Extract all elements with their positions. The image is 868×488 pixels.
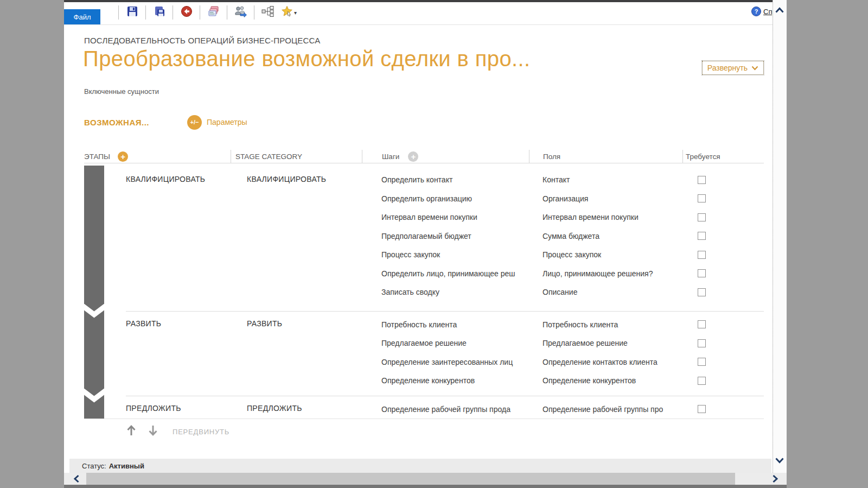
field-name-cell[interactable]: Контакт bbox=[542, 175, 682, 184]
required-cell bbox=[682, 377, 764, 385]
stage-name-cell[interactable]: КВАЛИФИЦИРОВАТЬ bbox=[126, 163, 247, 311]
field-name-cell[interactable]: Определение контактов клиента bbox=[542, 358, 682, 366]
save-icon bbox=[126, 5, 138, 20]
horizontal-scrollbar-thumb[interactable] bbox=[86, 473, 735, 485]
vertical-scrollbar[interactable] bbox=[773, 0, 787, 473]
favorites-icon bbox=[281, 5, 293, 20]
column-header-fields: Поля bbox=[529, 150, 682, 163]
stages-header-label: ЭТАПЫ bbox=[84, 153, 110, 161]
step-name-cell[interactable]: Определить лицо, принимающее реш bbox=[381, 269, 542, 278]
stage-rows: Определить контакт Контакт Определить ор… bbox=[381, 163, 764, 311]
stage-content: КВАЛИФИЦИРОВАТЬ КВАЛИФИЦИРОВАТЬ Определи… bbox=[126, 163, 764, 311]
chevron-down-icon bbox=[751, 64, 758, 72]
field-name-cell[interactable]: Организация bbox=[542, 194, 682, 203]
required-checkbox[interactable] bbox=[698, 251, 706, 259]
stage-category-cell[interactable]: КВАЛИФИЦИРОВАТЬ bbox=[247, 163, 381, 311]
field-name-cell[interactable]: Лицо, принимающее решения? bbox=[542, 269, 682, 278]
required-checkbox[interactable] bbox=[698, 377, 706, 385]
field-name-cell[interactable]: Сумма бюджета bbox=[542, 232, 682, 240]
move-up-button[interactable] bbox=[125, 424, 138, 439]
parameters-icon[interactable]: +/− bbox=[187, 115, 202, 130]
deactivate-button[interactable] bbox=[180, 6, 193, 20]
grid-header: ЭТАПЫ + STAGE CATEGORY Шаги + Поля Требу… bbox=[84, 150, 764, 163]
step-row: Предлагаемое решение Предлагаемое решени… bbox=[381, 334, 764, 353]
required-checkbox[interactable] bbox=[698, 405, 706, 413]
required-cell bbox=[682, 251, 764, 259]
status-bar: Статус: Активный bbox=[69, 459, 771, 473]
required-checkbox[interactable] bbox=[698, 232, 706, 240]
step-name-cell[interactable]: Определить организацию bbox=[381, 194, 542, 203]
horizontal-scrollbar[interactable] bbox=[64, 473, 787, 485]
stage-block: ПРЕДЛОЖИТЬ ПРЕДЛОЖИТЬ Определение рабоче… bbox=[84, 396, 764, 420]
column-header-stages: ЭТАПЫ + bbox=[84, 150, 231, 163]
field-name-cell[interactable]: Предлагаемое решение bbox=[542, 339, 682, 347]
stage-category-cell[interactable]: ПРЕДЛОЖИТЬ bbox=[247, 396, 381, 420]
step-name-cell[interactable]: Процесс закупок bbox=[381, 250, 542, 259]
scroll-up-button[interactable] bbox=[775, 7, 784, 14]
scroll-right-button[interactable] bbox=[771, 474, 779, 483]
save-button[interactable] bbox=[125, 6, 139, 20]
step-row: Потребность клиента Потребность клиента bbox=[381, 315, 764, 334]
expand-button[interactable]: Развернуть bbox=[702, 61, 764, 75]
entity-name[interactable]: ВОЗМОЖНАЯ... bbox=[84, 118, 187, 127]
required-checkbox[interactable] bbox=[698, 320, 706, 328]
step-name-cell[interactable]: Определить контакт bbox=[381, 175, 542, 184]
included-entities-label: Включенные сущности bbox=[84, 87, 159, 96]
arrow-up-icon bbox=[126, 424, 137, 439]
workflow-button[interactable] bbox=[261, 6, 275, 20]
step-name-cell[interactable]: Записать сводку bbox=[381, 288, 542, 296]
step-row: Процесс закупок Процесс закупок bbox=[381, 245, 764, 264]
required-cell bbox=[682, 176, 764, 184]
step-name-cell[interactable]: Потребность клиента bbox=[381, 320, 542, 329]
step-row: Записать сводку Описание bbox=[381, 283, 764, 302]
process-grid: ЭТАПЫ + STAGE CATEGORY Шаги + Поля Требу… bbox=[84, 150, 764, 419]
stage-name-cell[interactable]: РАЗВИТЬ bbox=[126, 312, 247, 396]
field-name-cell[interactable]: Определение рабочей группы про bbox=[542, 405, 682, 414]
required-cell bbox=[682, 358, 764, 366]
copy-button[interactable] bbox=[207, 6, 220, 20]
step-name-cell[interactable]: Определение заинтересованных лиц bbox=[381, 358, 542, 366]
stage-category-cell[interactable]: РАЗВИТЬ bbox=[247, 312, 381, 396]
file-tab[interactable]: Файл bbox=[64, 9, 100, 24]
required-checkbox[interactable] bbox=[698, 339, 706, 347]
toolbar-separator bbox=[173, 5, 173, 20]
required-checkbox[interactable] bbox=[698, 358, 706, 366]
step-name-cell[interactable]: Предлагаемое решение bbox=[381, 339, 542, 347]
required-cell bbox=[682, 288, 764, 296]
field-name-cell[interactable]: Процесс закупок bbox=[542, 250, 682, 259]
field-name-cell[interactable]: Определение конкурентов bbox=[542, 376, 682, 385]
assign-button[interactable] bbox=[234, 6, 247, 20]
steps-header-label: Шаги bbox=[382, 153, 399, 161]
save-and-close-button[interactable] bbox=[152, 6, 166, 20]
field-name-cell[interactable]: Интервал времени покупки bbox=[542, 213, 682, 221]
workflow-icon bbox=[261, 5, 275, 20]
field-name-cell[interactable]: Описание bbox=[542, 288, 682, 296]
stage-name-cell[interactable]: ПРЕДЛОЖИТЬ bbox=[126, 396, 247, 420]
favorites-button[interactable]: ▾ bbox=[282, 6, 296, 20]
toolbar-icons: ▾ bbox=[112, 3, 296, 22]
step-name-cell[interactable]: Интервал времени покупки bbox=[381, 213, 542, 221]
step-name-cell[interactable]: Определение рабочей группы прода bbox=[381, 405, 542, 414]
required-checkbox[interactable] bbox=[698, 213, 706, 221]
required-cell bbox=[682, 213, 764, 221]
toolbar-separator bbox=[200, 5, 200, 20]
move-down-button[interactable] bbox=[146, 424, 159, 439]
favorites-dropdown-caret[interactable]: ▾ bbox=[294, 10, 297, 16]
step-name-cell[interactable]: Предполагаемый бюджет bbox=[381, 232, 542, 240]
step-name-cell[interactable]: Определение конкурентов bbox=[381, 376, 542, 385]
required-checkbox[interactable] bbox=[698, 194, 706, 202]
save-and-close-icon bbox=[154, 5, 165, 20]
scroll-left-button[interactable] bbox=[73, 474, 81, 483]
stage-rows: Потребность клиента Потребность клиента … bbox=[381, 312, 764, 396]
required-checkbox[interactable] bbox=[698, 176, 706, 184]
step-row: Определить лицо, принимающее реш Лицо, п… bbox=[381, 264, 764, 283]
required-checkbox[interactable] bbox=[698, 269, 706, 277]
add-step-button[interactable]: + bbox=[408, 151, 418, 162]
add-stage-button[interactable]: + bbox=[118, 151, 128, 162]
required-checkbox[interactable] bbox=[698, 288, 706, 296]
stage-block: РАЗВИТЬ РАЗВИТЬ Потребность клиента Потр… bbox=[84, 311, 764, 396]
toolbar-separator bbox=[254, 5, 254, 20]
field-name-cell[interactable]: Потребность клиента bbox=[542, 320, 682, 329]
scroll-down-button[interactable] bbox=[775, 457, 784, 464]
parameters-label[interactable]: Параметры bbox=[207, 118, 247, 126]
